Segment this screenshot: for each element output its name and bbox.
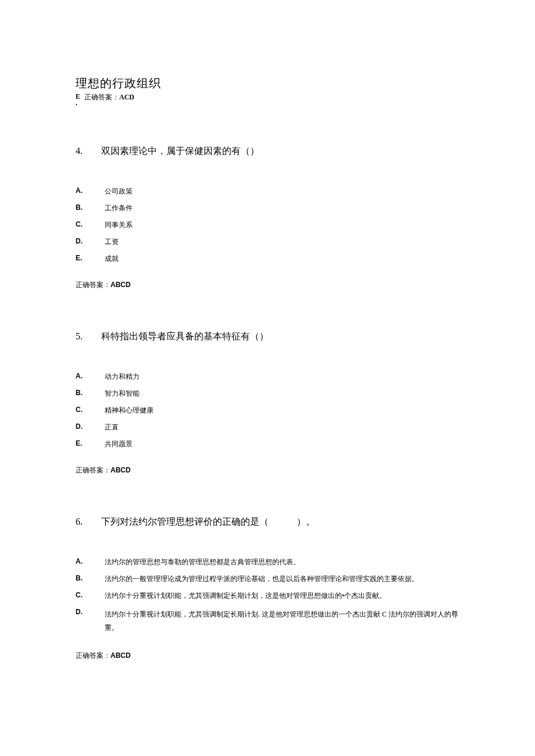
option-text: 动力和精力 — [105, 372, 140, 382]
option-letter: D. — [76, 237, 105, 247]
document-page: 理想的行政组织 E 正确答案：ACD . 4. 双因素理论中，属于保健因素的有（… — [0, 0, 535, 696]
answer-row: 正确答案：ABCD — [76, 651, 459, 661]
options-list: A.公司政策 B.工作条件 C.同事关系 D.工资 E.成就 — [76, 187, 459, 264]
question-text: 下列对法约尔管理思想评价的正确的是（ ）。 — [101, 517, 315, 526]
option-text: 同事关系 — [105, 220, 133, 230]
option-text: 正直 — [105, 422, 119, 432]
answer-value: ABCD — [110, 466, 131, 474]
question-head: 6. 下列对法约尔管理思想评价的正确的是（ ）。 — [76, 516, 459, 528]
header-answer-value: ACD — [119, 93, 134, 101]
answer-value: ABCD — [110, 281, 131, 289]
option-text: 工资 — [105, 237, 119, 247]
option-a: A.法约尔的管理思想与泰勒的管理思想都是古典管理思想的代表。 — [76, 557, 459, 567]
question-text: 双因素理论中，属于保健因素的有（） — [101, 146, 259, 156]
option-text: 智力和智能 — [105, 389, 140, 399]
option-text: 共同愿景 — [105, 439, 133, 449]
option-letter: C. — [76, 406, 105, 415]
question-head: 5. 科特指出领导者应具备的基本特征有（） — [76, 331, 459, 343]
option-text: 法约尔的管理思想与泰勒的管理思想都是古典管理思想的代表。 — [105, 557, 300, 567]
option-d: D.法约尔十分重视计划职能，尤其强调制定长期计划. 这是他对管理思想做出的一个杰… — [76, 608, 459, 635]
question-text: 科特指出领导者应具备的基本特征有（） — [101, 331, 269, 341]
option-c: C.同事关系 — [76, 220, 459, 230]
option-letter: A. — [76, 187, 105, 196]
question-number: 4. — [76, 146, 99, 156]
option-letter: D. — [76, 422, 105, 432]
option-letter: E. — [76, 254, 105, 264]
option-d: D.正直 — [76, 422, 459, 432]
option-letter: C. — [76, 591, 105, 601]
answer-value: ABCD — [110, 651, 131, 660]
option-text: 成就 — [105, 254, 119, 264]
option-d: D.工资 — [76, 237, 459, 247]
option-b: B.智力和智能 — [76, 389, 459, 399]
question-number: 5. — [76, 331, 99, 342]
option-letter: C. — [76, 220, 105, 230]
option-a: A.公司政策 — [76, 187, 459, 196]
options-list: A.法约尔的管理思想与泰勒的管理思想都是古典管理思想的代表。 B.法约尔的一般管… — [76, 557, 459, 635]
option-b: B.工作条件 — [76, 203, 459, 213]
option-letter: B. — [76, 574, 105, 584]
answer-row: 正确答案：ABCD — [76, 280, 459, 290]
option-text: 法约尔的一般管理理论成为管理过程学派的理论基础，也是以后各种管理理论和管理实践的… — [105, 574, 419, 584]
option-text: 法约尔十分重视计划职能，尤其强调制定长期计划，这是他对管理思想做出的•个杰出贡献… — [105, 591, 386, 601]
question-head: 4. 双因素理论中，属于保健因素的有（） — [76, 145, 459, 157]
question-number: 6. — [76, 517, 99, 527]
header-answer-label: 正确答案： — [84, 93, 119, 101]
option-c: C.法约尔十分重视计划职能，尤其强调制定长期计划，这是他对管理思想做出的•个杰出… — [76, 591, 459, 601]
question-4: 4. 双因素理论中，属于保健因素的有（） A.公司政策 B.工作条件 C.同事关… — [76, 145, 459, 290]
option-letter: A. — [76, 557, 105, 567]
answer-row: 正确答案：ABCD — [76, 465, 459, 475]
option-text: 公司政策 — [105, 187, 133, 196]
option-letter: D. — [76, 608, 105, 635]
option-letter: B. — [76, 389, 105, 399]
option-e: E.共同愿景 — [76, 439, 459, 449]
option-text: 精神和心理健康 — [105, 406, 154, 415]
header-title: 理想的行政组织 — [76, 76, 459, 91]
option-c: C.精神和心理健康 — [76, 406, 459, 415]
option-text: 法约尔十分重视计划职能，尤其强调制定长期计划. 这是他对管理思想做出的一个杰出贡… — [105, 608, 459, 635]
option-a: A.动力和精力 — [76, 372, 459, 382]
answer-label: 正确答案： — [76, 466, 110, 474]
answer-label: 正确答案： — [76, 281, 110, 289]
answer-label: 正确答案： — [76, 651, 110, 660]
option-letter: B. — [76, 203, 105, 213]
option-e: E.成就 — [76, 254, 459, 264]
option-b: B.法约尔的一般管理理论成为管理过程学派的理论基础，也是以后各种管理理论和管理实… — [76, 574, 459, 584]
options-list: A.动力和精力 B.智力和智能 C.精神和心理健康 D.正直 E.共同愿景 — [76, 372, 459, 449]
option-text: 工作条件 — [105, 203, 133, 213]
option-letter: A. — [76, 372, 105, 382]
header-block: 理想的行政组织 E 正确答案：ACD . — [76, 76, 459, 105]
question-6: 6. 下列对法约尔管理思想评价的正确的是（ ）。 A.法约尔的管理思想与泰勒的管… — [76, 516, 459, 661]
option-letter: E. — [76, 439, 105, 449]
question-5: 5. 科特指出领导者应具备的基本特征有（） A.动力和精力 B.智力和智能 C.… — [76, 331, 459, 475]
